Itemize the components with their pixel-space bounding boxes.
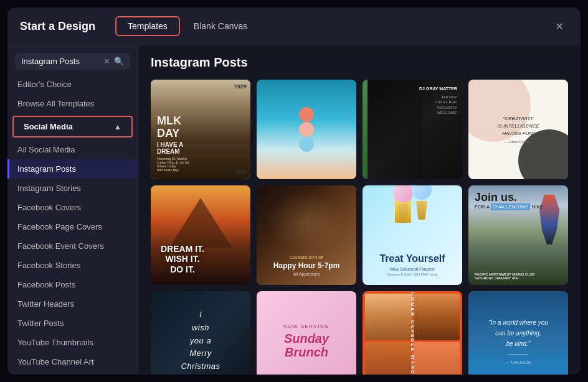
template-card-brunch[interactable]: Now Serving SundayBrunch bbox=[257, 291, 356, 375]
card-inner-brunch: Now Serving SundayBrunch bbox=[257, 291, 356, 375]
sidebar-item-all-social[interactable]: All Social Media bbox=[7, 140, 138, 159]
creative-text: "CREATIVITYIS INTELLIGENCEHAVING FUN" bbox=[497, 115, 539, 137]
creative-quote: "CREATIVITYIS INTELLIGENCEHAVING FUN" — … bbox=[491, 109, 546, 150]
content-area: Instagram Posts 1929 1968 MLKDAY I HAVE … bbox=[138, 45, 581, 375]
cone-scoop-2 bbox=[412, 185, 432, 200]
cocktail-promo: Cocktails 50% off Happy Hour 5-7pm All A… bbox=[273, 255, 340, 276]
sidebar-item-facebook-stories[interactable]: Facebook Stories bbox=[7, 256, 138, 275]
template-card-beach[interactable] bbox=[257, 80, 356, 179]
fashion-img-3 bbox=[365, 342, 412, 375]
sidebar-item-facebook-covers[interactable]: Facebook Covers bbox=[7, 198, 138, 217]
fashion-img-4 bbox=[414, 342, 460, 375]
card-inner-kindness: "In a world where youcan be anything,be … bbox=[468, 291, 568, 375]
sidebar-item-youtube-channel-art[interactable]: YouTube Channel Art bbox=[7, 352, 138, 371]
dj-name: DJ GRAY MATTER bbox=[419, 86, 457, 92]
christmas-text: Iwishyou aMerryChristmas bbox=[181, 309, 220, 373]
circle-2 bbox=[299, 122, 314, 137]
template-card-fashion[interactable]: SUMMER CAPSULE WARDROBE bbox=[363, 291, 462, 375]
mountain-peak bbox=[169, 198, 232, 248]
card-inner-beach bbox=[257, 80, 356, 179]
treat-title: Treat Yourself bbox=[379, 253, 445, 264]
template-card-mountain[interactable]: DREAM IT.WISH IT.DO IT. bbox=[151, 185, 250, 285]
cone-1 bbox=[395, 192, 411, 223]
kindness-divider bbox=[509, 354, 528, 355]
sidebar-item-pinterest-graphics[interactable]: Pinterest Graphics bbox=[7, 371, 138, 375]
sidebar-item-facebook-page-covers[interactable]: Facebook Page Covers bbox=[7, 217, 138, 236]
card-inner-dj: DJ GRAY MATTER HIP HOPDISCO, POP,REQUEST… bbox=[363, 80, 462, 179]
joinus-main: Join us. bbox=[475, 192, 543, 203]
fashion-img-1 bbox=[365, 294, 412, 340]
joinus-text: Join us. FOR A CHALLENGING HIKE bbox=[475, 192, 543, 210]
sidebar-item-facebook-event-covers[interactable]: Facebook Event Covers bbox=[7, 236, 138, 256]
sidebar-item-instagram-posts[interactable]: Instagram Posts bbox=[7, 159, 138, 179]
treat-text-block: Treat Yourself New Seasonal Flavors! Sco… bbox=[379, 253, 445, 276]
cone-body-1 bbox=[397, 204, 409, 223]
treat-subtitle: New Seasonal Flavors! bbox=[379, 267, 445, 271]
mlk-text-block: MLKDAY I HAVE ADREAM Honoring Dr. Martin… bbox=[157, 115, 189, 172]
template-card-dj[interactable]: DJ GRAY MATTER HIP HOPDISCO, POP,REQUEST… bbox=[363, 80, 462, 179]
cone-2 bbox=[414, 189, 430, 220]
sidebar-section-social-media[interactable]: Social Media ▲ bbox=[12, 116, 133, 137]
fashion-cell-4 bbox=[414, 342, 460, 375]
modal-overlay: Start a Design Templates Blank Canvas × … bbox=[0, 0, 588, 382]
sidebar-item-facebook-posts[interactable]: Facebook Posts bbox=[7, 275, 138, 294]
clear-icon[interactable]: ✕ bbox=[103, 57, 110, 66]
fashion-cell-1 bbox=[365, 294, 412, 340]
fashion-label: SUMMER CAPSULE WARDROBE bbox=[410, 291, 415, 375]
modal-body: ✕ 🔍 Editor's Choice Browse All Templates… bbox=[7, 45, 581, 375]
template-grid: 1929 1968 MLKDAY I HAVE ADREAM Honoring … bbox=[151, 80, 568, 375]
sidebar-item-browse-all[interactable]: Browse All Templates bbox=[7, 94, 138, 113]
treat-address: Scoops & Soft | 334 NW Irving bbox=[379, 273, 445, 276]
template-card-christmas[interactable]: Iwishyou aMerryChristmas bbox=[151, 291, 250, 375]
ice-cream-cones bbox=[395, 192, 430, 223]
mlk-year-bottom: 1968 bbox=[234, 169, 247, 175]
card-inner-creative: "CREATIVITYIS INTELLIGENCEHAVING FUN" — … bbox=[468, 80, 568, 179]
tab-templates[interactable]: Templates bbox=[115, 16, 180, 36]
cocktail-discount: Cocktails 50% off bbox=[273, 255, 340, 259]
joinus-club: PACIFIC NORTHWEST HIKING CLUBSaturday, J… bbox=[475, 273, 534, 280]
mountain-text: DREAM IT.WISH IT.DO IT. bbox=[161, 244, 204, 275]
sidebar-item-instagram-stories[interactable]: Instagram Stories bbox=[7, 179, 138, 198]
modal: Start a Design Templates Blank Canvas × … bbox=[7, 7, 581, 375]
template-card-treat[interactable]: Treat Yourself New Seasonal Flavors! Sco… bbox=[363, 185, 462, 285]
mlk-year-top: 1929 bbox=[234, 83, 247, 90]
dj-info: HIP HOPDISCO, POP,REQUESTSWELCOME! bbox=[419, 95, 457, 116]
template-card-mlk[interactable]: 1929 1968 MLKDAY I HAVE ADREAM Honoring … bbox=[151, 80, 250, 179]
card-inner-christmas: Iwishyou aMerryChristmas bbox=[151, 291, 250, 375]
cone-scoop-1 bbox=[393, 185, 413, 203]
sidebar-item-youtube-thumbnails[interactable]: YouTube Thumbnails bbox=[7, 333, 138, 352]
close-button[interactable]: × bbox=[551, 17, 568, 35]
tab-blank-canvas[interactable]: Blank Canvas bbox=[183, 16, 258, 36]
card-inner-mlk: 1929 1968 MLKDAY I HAVE ADREAM Honoring … bbox=[151, 80, 250, 179]
search-icon[interactable]: 🔍 bbox=[114, 57, 124, 66]
brunch-title: SundayBrunch bbox=[284, 332, 329, 359]
fashion-cell-2 bbox=[414, 294, 460, 340]
template-card-cocktail[interactable]: Cocktails 50% off Happy Hour 5-7pm All A… bbox=[257, 185, 356, 285]
brunch-now-serving: Now Serving bbox=[283, 324, 330, 329]
card-inner-joinus: Join us. FOR A CHALLENGING HIKE PACIFIC … bbox=[468, 185, 568, 285]
kindness-quote: "In a world where youcan be anything,be … bbox=[488, 317, 548, 349]
dj-green-stripe bbox=[363, 80, 368, 179]
sidebar-item-editors-choice[interactable]: Editor's Choice bbox=[7, 75, 138, 94]
creative-author: — Albert Einstein bbox=[497, 140, 539, 144]
joinus-for: FOR A CHALLENGING HIKE bbox=[475, 204, 543, 210]
template-card-kindness[interactable]: "In a world where youcan be anything,be … bbox=[468, 291, 568, 375]
joinus-highlight: CHALLENGING bbox=[491, 203, 530, 210]
fashion-cell-3 bbox=[365, 342, 412, 375]
card-inner-fashion: SUMMER CAPSULE WARDROBE bbox=[363, 291, 462, 375]
card-inner-cocktail: Cocktails 50% off Happy Hour 5-7pm All A… bbox=[257, 185, 356, 285]
beach-circles bbox=[299, 107, 314, 152]
template-card-joinus[interactable]: Join us. FOR A CHALLENGING HIKE PACIFIC … bbox=[468, 185, 568, 285]
cocktail-hours: Happy Hour 5-7pm bbox=[273, 261, 340, 270]
template-card-creative[interactable]: "CREATIVITYIS INTELLIGENCEHAVING FUN" — … bbox=[468, 80, 568, 179]
mlk-dream-text: I HAVE ADREAM bbox=[157, 141, 189, 155]
modal-title: Start a Design bbox=[20, 20, 95, 33]
dj-figure bbox=[363, 80, 422, 179]
search-input[interactable] bbox=[21, 57, 100, 66]
sidebar-item-twitter-headers[interactable]: Twitter Headers bbox=[7, 294, 138, 314]
sidebar: ✕ 🔍 Editor's Choice Browse All Templates… bbox=[7, 45, 138, 375]
sidebar-item-twitter-posts[interactable]: Twitter Posts bbox=[7, 314, 138, 333]
mlk-main-text: MLKDAY bbox=[157, 115, 189, 140]
chevron-up-icon: ▲ bbox=[114, 123, 121, 131]
modal-header: Start a Design Templates Blank Canvas × bbox=[7, 7, 581, 45]
